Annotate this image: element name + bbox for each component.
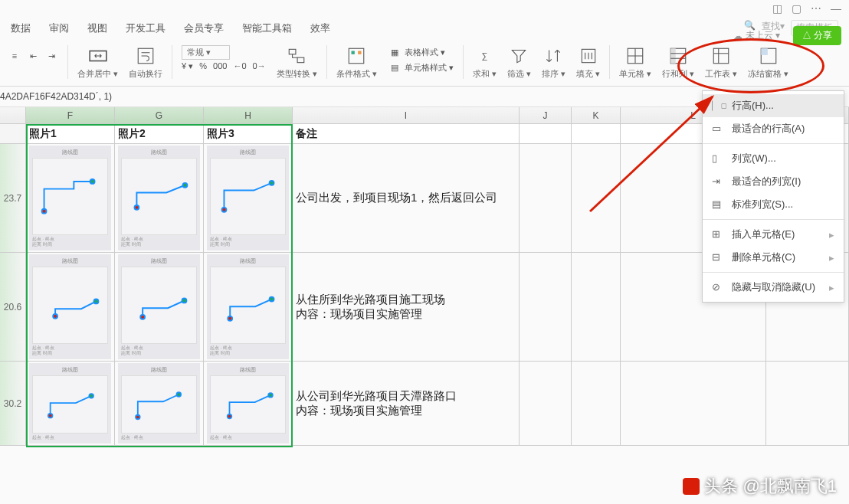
header-photo2[interactable]: 照片2 xyxy=(115,124,204,143)
svg-point-17 xyxy=(183,183,188,188)
watermark: 头条 @北飘南飞1 xyxy=(683,475,837,498)
freeze-icon xyxy=(759,46,779,66)
indent-dec-icon[interactable]: ⇤ xyxy=(26,49,40,63)
col-header-J[interactable]: J xyxy=(520,107,572,123)
table-style-icon[interactable]: ▦ xyxy=(388,45,402,59)
delete-cell-icon: ⊟ xyxy=(712,251,724,263)
ribbon-wrap[interactable]: 自动换行 xyxy=(126,45,166,80)
svg-point-26 xyxy=(48,414,53,418)
cell-remark[interactable]: 公司出发，到项目现场1，然后返回公司 xyxy=(293,144,520,252)
cloud-sync-status[interactable]: ☁ 未上云 ▾ xyxy=(733,29,780,42)
sheet-icon xyxy=(711,46,731,66)
align-top-icon[interactable]: ≡ xyxy=(8,49,21,63)
cell-photo[interactable]: 路线图起点 · 终点距离 时间 xyxy=(26,144,115,252)
svg-rect-3 xyxy=(297,57,304,63)
ribbon-number-format: 常规 ▾ ¥ ▾ % 000 ←0 0→ xyxy=(179,45,269,67)
menu-smarttools[interactable]: 智能工具箱 xyxy=(242,21,292,35)
ribbon-cond-format[interactable]: 条件格式 ▾ xyxy=(333,45,380,80)
wrap-icon xyxy=(136,46,156,66)
hide-icon: ⊘ xyxy=(712,281,724,293)
cell-photo[interactable]: 路线图起点 · 终点 xyxy=(26,362,115,445)
menu-fit-col-width[interactable]: ⇥最适合的列宽(I) xyxy=(703,170,844,193)
ribbon-cell[interactable]: 单元格 ▾ xyxy=(616,45,654,80)
svg-rect-4 xyxy=(349,48,364,64)
ribbon-fill[interactable]: 填充 ▾ xyxy=(573,45,603,80)
menu-hide-unhide[interactable]: ⊘隐藏与取消隐藏(U)▸ xyxy=(703,276,844,299)
sigma-icon: ∑ xyxy=(474,46,494,66)
menu-view[interactable]: 视图 xyxy=(87,21,107,35)
menu-fit-row-height[interactable]: ▭最适合的行高(A) xyxy=(703,117,844,140)
menu-row-height[interactable]: ⎸◻行高(H)... xyxy=(703,94,844,117)
cloud-icon: ☁ xyxy=(733,31,742,41)
dec-dec-button[interactable]: 0→ xyxy=(253,61,266,71)
cell-photo[interactable]: 路线图起点 · 终点距离 时间 xyxy=(115,253,204,361)
cell-photo[interactable]: 路线图起点 · 终点距离 时间 xyxy=(26,253,115,361)
cell-photo[interactable]: 路线图起点 · 终点距离 时间 xyxy=(204,253,293,361)
ribbon: ≡ ⇤ ⇥ 合并居中 ▾ 自动换行 常规 ▾ ¥ ▾ % 000 ←0 0→ 类… xyxy=(0,42,849,87)
fit-col-icon: ⇥ xyxy=(712,175,724,188)
ribbon-filter[interactable]: 筛选 ▾ xyxy=(504,45,534,80)
menu-devtools[interactable]: 开发工具 xyxy=(126,21,166,35)
ribbon-indent: ≡ ⇤ ⇥ xyxy=(5,45,61,77)
svg-point-27 xyxy=(89,394,93,398)
svg-rect-2 xyxy=(289,49,296,54)
col-header-I[interactable]: I xyxy=(293,107,520,123)
cell-photo[interactable]: 路线图起点 · 终点 xyxy=(204,362,293,445)
table-row: 30.2 路线图起点 · 终点 路线图起点 · 终点 路线图起点 · 终点 从公… xyxy=(0,362,849,446)
cell-remark[interactable]: 从公司到华光路项目天潭路路口 内容：现场项目实施管理 xyxy=(293,362,520,445)
cell-icon xyxy=(625,46,645,66)
window-layout-icon[interactable]: ◫ xyxy=(772,2,782,15)
currency-button[interactable]: ¥ ▾ xyxy=(182,61,193,71)
window-restore-icon[interactable]: ▢ xyxy=(792,2,801,15)
select-all-corner[interactable] xyxy=(0,107,26,123)
menu-efficiency[interactable]: 效率 xyxy=(310,21,330,35)
ribbon-sheet[interactable]: 工作表 ▾ xyxy=(702,45,740,80)
row-stub[interactable]: 20.6 xyxy=(0,253,26,361)
col-header-H[interactable]: H xyxy=(204,107,293,123)
menu-insert-cell[interactable]: ⊞插入单元格(E)▸ xyxy=(703,223,844,246)
cell-photo[interactable]: 路线图起点 · 终点距离 时间 xyxy=(204,144,293,252)
menu-vip[interactable]: 会员专享 xyxy=(184,21,224,35)
ribbon-rowcol[interactable]: 行和列 ▾ xyxy=(659,45,697,80)
table-style-button[interactable]: 表格样式 ▾ xyxy=(405,47,445,58)
cell-style-icon[interactable]: ▤ xyxy=(388,61,402,74)
number-format-select[interactable]: 常规 ▾ xyxy=(182,45,230,60)
row-stub[interactable] xyxy=(0,124,26,143)
menu-delete-cell[interactable]: ⊟删除单元格(C)▸ xyxy=(703,246,844,269)
thousands-button[interactable]: 000 xyxy=(213,61,227,71)
menu-col-width[interactable]: ▯列宽(W)... xyxy=(703,147,844,170)
ribbon-type-convert[interactable]: 类型转换 ▾ xyxy=(274,45,320,80)
header-photo1[interactable]: 照片1 xyxy=(26,124,115,143)
ribbon-sort[interactable]: 排序 ▾ xyxy=(539,45,569,80)
ribbon-freeze[interactable]: 冻结窗格 ▾ xyxy=(745,45,792,80)
svg-point-19 xyxy=(270,181,274,185)
header-photo3[interactable]: 照片3 xyxy=(204,124,293,143)
svg-point-23 xyxy=(182,299,187,303)
cell-style-button[interactable]: 单元格样式 ▾ xyxy=(405,62,454,74)
cell-remark[interactable]: 从住所到华光路项目施工现场 内容：现场项目实施管理 xyxy=(293,253,520,361)
window-titlebar: ◫ ▢ ⋯ — xyxy=(0,0,849,17)
window-help-icon[interactable]: ⋯ xyxy=(811,2,821,15)
col-header-K[interactable]: K xyxy=(572,107,621,123)
svg-point-18 xyxy=(222,208,227,212)
rowcol-icon xyxy=(668,46,688,66)
cell-photo[interactable]: 路线图起点 · 终点距离 时间 xyxy=(115,144,204,252)
col-header-G[interactable]: G xyxy=(115,107,204,123)
menu-data[interactable]: 数据 xyxy=(11,21,31,35)
menu-review[interactable]: 审阅 xyxy=(49,21,69,35)
svg-point-22 xyxy=(140,315,145,319)
indent-inc-icon[interactable]: ⇥ xyxy=(44,49,58,63)
col-header-F[interactable]: F xyxy=(26,107,115,123)
fit-row-icon: ▭ xyxy=(712,123,724,135)
menu-std-col-width[interactable]: ▤标准列宽(S)... xyxy=(703,193,844,216)
percent-button[interactable]: % xyxy=(199,61,207,71)
ribbon-sum[interactable]: ∑ 求和 ▾ xyxy=(470,45,500,80)
ribbon-merge[interactable]: 合并居中 ▾ xyxy=(74,45,121,80)
svg-point-14 xyxy=(42,209,47,214)
window-min-icon[interactable]: — xyxy=(831,2,841,15)
dec-inc-button[interactable]: ←0 xyxy=(233,61,246,71)
row-stub[interactable]: 30.2 xyxy=(0,362,26,445)
header-remarks[interactable]: 备注 xyxy=(293,124,520,143)
row-stub[interactable]: 23.7 xyxy=(0,144,26,252)
cell-photo[interactable]: 路线图起点 · 终点 xyxy=(115,362,204,445)
